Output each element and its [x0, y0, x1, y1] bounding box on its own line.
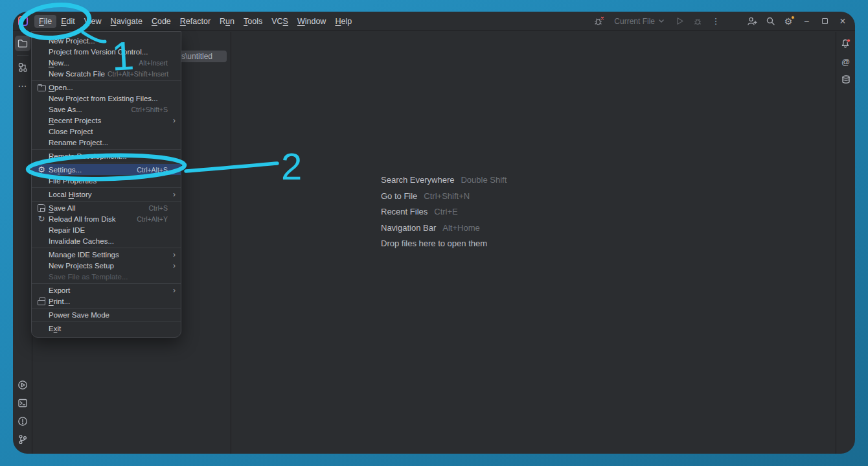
menu-item-new-project[interactable]: New Project...	[32, 35, 181, 46]
menu-item-close-project[interactable]: Close Project	[32, 126, 181, 137]
menubar-item-view[interactable]: View	[80, 15, 106, 28]
menu-item-shortcut: Alt+Insert	[139, 59, 168, 67]
menu-item-new-project-from-existing-files[interactable]: New Project from Existing Files...	[32, 93, 181, 104]
submenu-arrow-icon: ›	[170, 250, 176, 259]
run-button[interactable]	[671, 14, 688, 29]
menu-item-label: Manage IDE Settings	[47, 251, 119, 259]
right-tool-stripe: @	[836, 32, 855, 454]
current-file-selector[interactable]: Current File	[609, 17, 670, 26]
menu-item-export[interactable]: Export ›	[32, 285, 181, 296]
menu-item-invalidate-caches[interactable]: Invalidate Caches...	[32, 235, 181, 246]
welcome-shortcut-label: Go to File	[381, 191, 417, 202]
menubar-item-navigate[interactable]: Navigate	[106, 15, 147, 28]
menu-item-icon	[36, 189, 47, 200]
at-icon: @	[841, 57, 850, 67]
terminal-icon[interactable]	[15, 395, 30, 411]
current-file-label: Current File	[614, 17, 655, 26]
menu-item-print[interactable]: Print...	[32, 296, 181, 307]
menu-item-remote-development[interactable]: Remote Development...	[32, 150, 181, 161]
menu-item-settings[interactable]: ⚙ Settings... Ctrl+Alt+S	[32, 164, 181, 175]
menu-item-label: New Project from Existing Files...	[47, 95, 158, 102]
problems-icon[interactable]	[15, 414, 30, 429]
menu-item-open[interactable]: Open...	[32, 82, 181, 93]
menubar-item-label: Tools	[244, 17, 262, 26]
menu-item-file-properties[interactable]: File Properties	[32, 175, 181, 186]
menu-item-icon	[36, 236, 47, 246]
search-icon[interactable]	[762, 14, 779, 29]
menubar-item-edit[interactable]: Edit	[56, 15, 80, 28]
menu-item-icon	[36, 225, 47, 235]
menu-separator	[32, 80, 181, 81]
menu-item-power-save-mode[interactable]: Power Save Mode	[32, 309, 181, 320]
menu-item-new-scratch-file[interactable]: New Scratch File Ctrl+Alt+Shift+Insert	[32, 68, 181, 79]
menu-item-exit[interactable]: Exit	[32, 323, 181, 334]
menubar-item-refactor[interactable]: Refactor	[176, 15, 215, 28]
menubar-item-help[interactable]: Help	[330, 15, 356, 28]
project-panel-separator[interactable]	[231, 32, 231, 454]
menu-item-icon	[36, 115, 47, 126]
notifications-icon[interactable]	[838, 36, 854, 51]
menu-item-reload-all-from-disk[interactable]: ↻ Reload All from Disk Ctrl+Alt+Y	[32, 213, 181, 224]
menubar-item-code[interactable]: Code	[147, 15, 176, 28]
project-folder-icon[interactable]	[15, 36, 30, 51]
welcome-shortcut-go-to-file: Go to File Ctrl+Shift+N	[381, 191, 507, 202]
menubar-item-label: View	[84, 17, 102, 26]
settings-icon[interactable]: ⚙	[780, 14, 797, 29]
menu-item-label: Export	[47, 286, 70, 294]
gear-icon: ⚙	[36, 165, 47, 175]
menu-item-label: Reload All from Disk	[47, 215, 116, 223]
debugger-disconnected-icon[interactable]	[591, 14, 608, 29]
menu-item-repair-ide[interactable]: Repair IDE	[32, 224, 181, 235]
menu-item-recent-projects[interactable]: Recent Projects ›	[32, 115, 181, 126]
structure-icon[interactable]	[15, 60, 30, 75]
database-icon[interactable]	[838, 72, 854, 87]
menu-item-label: Save File as Template...	[47, 273, 128, 281]
ai-assistant-icon[interactable]: @	[838, 54, 854, 69]
run-icon[interactable]	[15, 377, 30, 393]
menu-item-manage-ide-settings[interactable]: Manage IDE Settings ›	[32, 249, 181, 260]
menu-item-project-from-version-control[interactable]: Project from Version Control...	[32, 46, 181, 57]
debug-button[interactable]	[689, 14, 706, 29]
menu-item-label: New...	[47, 59, 69, 67]
menu-item-save-file-as-template[interactable]: Save File as Template...	[32, 271, 181, 282]
git-branch-icon[interactable]	[15, 432, 30, 447]
titlebar-right-cluster: Current File ⋮	[591, 14, 851, 29]
maximize-button[interactable]	[816, 14, 833, 29]
welcome-shortcut-label: Recent Files	[381, 207, 428, 217]
menu-item-save-as[interactable]: Save As... Ctrl+Shift+S	[32, 104, 181, 115]
menu-item-label: Repair IDE	[47, 226, 85, 234]
save-all-icon	[36, 203, 47, 213]
code-with-me-icon[interactable]	[744, 14, 760, 29]
menubar-item-window[interactable]: Window	[293, 15, 330, 28]
reload-icon: ↻	[36, 214, 47, 224]
menu-item-new[interactable]: New... Alt+Insert	[32, 57, 181, 68]
welcome-shortcut-label: Drop files here to open them	[381, 239, 487, 249]
menu-item-icon	[36, 323, 47, 334]
left-tool-stripe: ···	[13, 32, 32, 454]
menu-item-local-history[interactable]: Local History ›	[32, 189, 181, 200]
welcome-shortcut-keys: Ctrl+Shift+N	[424, 191, 470, 202]
menu-item-shortcut: Ctrl+Alt+S	[137, 166, 168, 174]
project-path-chip[interactable]: s\untitled	[177, 51, 227, 62]
more-tool-windows-icon[interactable]: ···	[15, 78, 30, 93]
minimize-button[interactable]: −	[798, 14, 815, 29]
menu-item-label: Save All	[47, 204, 76, 212]
menu-item-rename-project[interactable]: Rename Project...	[32, 137, 181, 148]
app-logo-icon[interactable]	[18, 16, 28, 26]
close-button[interactable]: ×	[834, 14, 851, 29]
more-menu[interactable]: ⋮	[707, 14, 724, 29]
menubar-item-run[interactable]: Run	[215, 15, 239, 28]
ide-window: File Edit View Navigate Code Refactor Ru…	[13, 12, 855, 454]
submenu-arrow-icon: ›	[170, 116, 176, 125]
menu-item-new-projects-setup[interactable]: New Projects Setup ›	[32, 260, 181, 271]
menubar-item-label: Edit	[61, 17, 75, 26]
menubar-item-vcs[interactable]: VCS	[267, 15, 293, 28]
menubar-item-label: Refactor	[180, 17, 211, 26]
menu-item-icon	[36, 69, 47, 79]
menubar-item-tools[interactable]: Tools	[239, 15, 267, 28]
menubar-item-file[interactable]: File	[34, 15, 56, 28]
menu-item-label: Close Project	[47, 128, 93, 135]
menubar-item-label: Window	[297, 17, 326, 26]
menu-separator	[32, 187, 181, 188]
menu-item-save-all[interactable]: Save All Ctrl+S	[32, 202, 181, 213]
